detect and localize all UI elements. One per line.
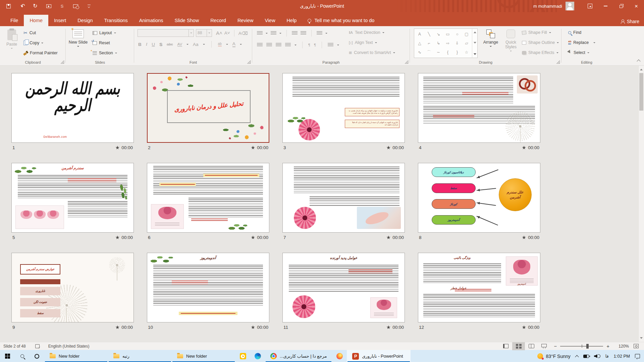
customize-qat-button[interactable] (86, 3, 92, 9)
save-button[interactable] (5, 3, 11, 9)
taskbar-powerpoint-window[interactable]: Pناباروری - PowerPoint (347, 350, 411, 362)
increase-font-size-button[interactable]: A˄ (216, 30, 222, 36)
taskbar-folder-3[interactable]: New folder (172, 350, 235, 362)
close-button[interactable]: × (629, 0, 644, 12)
zoom-level[interactable]: 120% (613, 344, 629, 349)
highlight-color-button[interactable]: ab (218, 42, 222, 47)
restore-button[interactable] (613, 0, 629, 12)
fit-slide-to-window-button[interactable] (634, 344, 639, 348)
align-right-button[interactable] (276, 43, 281, 47)
undo-button[interactable]: ↶ (19, 3, 25, 9)
slide-thumbnail-2-selected[interactable]: تحلیل علل و درمان ناباروری (147, 73, 269, 143)
spell-check-icon[interactable] (35, 344, 40, 348)
tab-view[interactable]: View (259, 15, 281, 26)
account-name[interactable]: m mohammadi (533, 4, 562, 9)
minimize-button[interactable] (598, 0, 613, 12)
taskbar-media-player[interactable] (235, 350, 250, 362)
slide-thumbnail-6[interactable] (147, 163, 269, 233)
format-painter-button[interactable]: Format Painter (22, 49, 59, 57)
slide-thumbnail-4[interactable] (418, 73, 540, 143)
zoom-out-button[interactable]: − (550, 343, 560, 349)
cortana-button[interactable] (30, 350, 44, 362)
copy-button[interactable]: Copy (22, 39, 59, 47)
cut-button[interactable]: ✂Cut (22, 29, 59, 37)
underline-button[interactable]: U (152, 42, 155, 47)
character-spacing-button[interactable]: AV (177, 42, 182, 47)
tab-insert[interactable]: Insert (48, 15, 72, 26)
slide-thumbnail-12[interactable]: آندومتریوز ویژگی بالینی عوامل خطر (418, 253, 540, 322)
tab-design[interactable]: Design (72, 15, 98, 26)
paste-button[interactable]: Paste (2, 28, 21, 59)
action-center-button[interactable] (635, 354, 640, 358)
text-direction-button[interactable]: ‖AText Direction (349, 28, 395, 37)
input-language-indicator[interactable]: فا (605, 354, 609, 359)
align-center-button[interactable] (266, 43, 272, 47)
decrease-indent-button[interactable] (292, 31, 298, 36)
convert-to-smartart-button[interactable]: ⊞Convert to SmartArt (349, 49, 395, 57)
line-spacing-button[interactable] (317, 31, 322, 36)
collapse-ribbon-button[interactable] (637, 59, 640, 63)
normal-view-button[interactable] (499, 342, 512, 350)
bullets-button[interactable] (257, 31, 263, 36)
font-dialog-launcher[interactable] (247, 60, 251, 64)
taskbar-firefox[interactable] (332, 350, 347, 362)
justify-button[interactable] (285, 43, 291, 47)
gallery-scrollbar[interactable] (472, 29, 477, 58)
start-from-beginning-button[interactable] (46, 3, 52, 9)
shape-outline-button[interactable]: Shape Outline (522, 39, 559, 47)
slide-show-button[interactable] (538, 342, 550, 350)
vertical-scrollbar[interactable] (638, 66, 644, 342)
text-shadow-button[interactable]: S (159, 42, 162, 47)
avatar[interactable] (566, 2, 574, 10)
tab-transitions[interactable]: Transitions (98, 15, 133, 26)
ribbon-display-options-button[interactable] (582, 0, 598, 12)
drawing-dialog-launcher[interactable] (556, 60, 560, 64)
clipboard-dialog-launcher[interactable] (61, 60, 64, 64)
zoom-slider[interactable] (560, 346, 603, 347)
slide-sorter-view-button[interactable] (512, 342, 525, 350)
shape-fill-button[interactable]: Shape Fill (522, 28, 559, 37)
section-button[interactable]: Section (91, 49, 118, 57)
select-button[interactable]: Select (567, 49, 597, 57)
slide-thumbnail-3[interactable]: ناباروری نخست و اولیه به عنوان ناتوانی ز… (282, 73, 405, 143)
language-indicator[interactable]: English (United States) (48, 344, 90, 349)
reading-view-button[interactable] (525, 342, 538, 350)
scrollbar-thumb[interactable] (639, 73, 643, 111)
taskbar-folder-2[interactable]: رتبه (108, 350, 172, 362)
right-to-left-button[interactable]: ¶ (314, 43, 316, 47)
slide-thumbnail-11[interactable]: عوامل پدید آورنده (282, 253, 405, 322)
start-button[interactable] (0, 350, 15, 362)
replace-button[interactable]: abacReplace (567, 39, 597, 47)
taskbar-search-button[interactable] (15, 350, 30, 362)
font-size-combobox[interactable]: 88 (196, 29, 212, 37)
align-text-button[interactable]: [↕]Align Text (349, 39, 395, 47)
slide-thumbnail-7[interactable] (282, 163, 405, 233)
tab-animations[interactable]: Animations (133, 15, 169, 26)
zoom-in-button[interactable]: + (603, 343, 613, 349)
volume-button[interactable] (594, 354, 600, 358)
align-left-button[interactable] (257, 43, 263, 47)
layout-button[interactable]: Layout (91, 29, 118, 37)
tab-file[interactable]: File (5, 15, 24, 26)
strikethrough-button[interactable]: abc (167, 42, 173, 46)
taskbar-chrome-window[interactable]: مرجع دا | حساب کاربری... (265, 350, 332, 362)
battery-icon[interactable] (583, 355, 589, 358)
redo-button[interactable]: ↻ (32, 3, 38, 9)
slide-counter[interactable]: Slide 2 of 48 (3, 344, 26, 349)
quick-styles-button[interactable]: Quick Styles (501, 28, 521, 59)
italic-button[interactable]: I (146, 42, 148, 47)
tab-review[interactable]: Review (232, 15, 259, 26)
taskbar-edge[interactable] (250, 350, 265, 362)
tab-home[interactable]: Home (24, 15, 48, 26)
arrange-button[interactable]: Arrange (481, 28, 500, 59)
clear-formatting-button[interactable]: A⌫ (238, 31, 248, 36)
shape-effects-button[interactable]: Shape Effects (522, 49, 559, 57)
tab-help[interactable]: Help (281, 15, 303, 26)
slide-thumbnail-8[interactable]: علل سندرم آشرمن دیلاتاسیون کورتاژ سقط کو… (418, 163, 540, 233)
slide-thumbnail-1[interactable]: بسم الله الرحمن الرحیم DelBaraneh.com (11, 73, 134, 143)
weather-widget[interactable]: 83°F Sunny (537, 353, 570, 359)
numbering-button[interactable] (271, 31, 276, 36)
taskbar-folder-1[interactable]: New folder (44, 350, 108, 362)
reset-button[interactable]: Reset (91, 39, 118, 47)
new-slide-button[interactable]: New Slide (68, 28, 88, 59)
